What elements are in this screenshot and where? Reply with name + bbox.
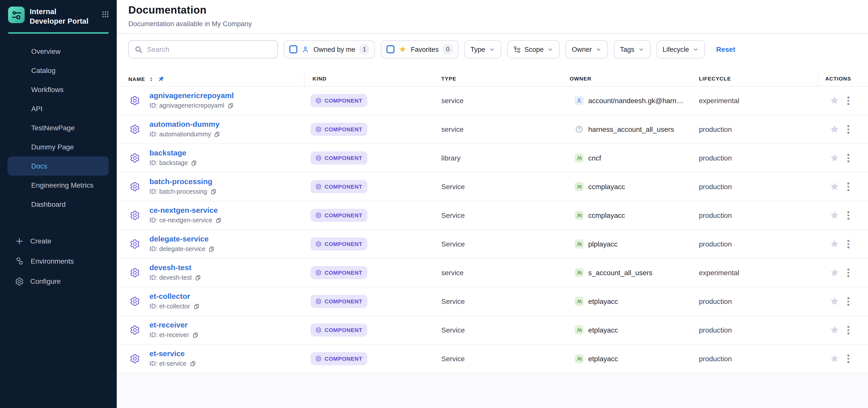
favorites-filter[interactable]: Favorites 0 bbox=[381, 40, 458, 58]
sidebar-item-dummy-page[interactable]: Dummy Page bbox=[0, 137, 117, 157]
column-header-name[interactable]: NAME bbox=[128, 75, 165, 83]
copy-icon[interactable] bbox=[192, 332, 198, 338]
favorite-star-icon[interactable] bbox=[829, 296, 840, 307]
entity-name-link[interactable]: backstage bbox=[150, 148, 186, 157]
chevron-down-icon bbox=[489, 46, 495, 53]
favorite-star-icon[interactable] bbox=[829, 124, 840, 134]
entity-name-link[interactable]: et-receiver bbox=[150, 320, 188, 329]
table-row: ce-nextgen-service ID: ce-nextgen-servic… bbox=[117, 201, 868, 230]
table-row: batch-processing ID: batch-processing CO… bbox=[117, 172, 868, 201]
lifecycle-dropdown[interactable]: Lifecycle bbox=[656, 40, 705, 58]
entity-name-link[interactable]: batch-processing bbox=[150, 177, 212, 186]
kind-badge-label: COMPONENT bbox=[324, 356, 362, 362]
entity-name-link[interactable]: et-collector bbox=[150, 292, 190, 300]
entity-lifecycle: experimental bbox=[699, 97, 739, 105]
entity-type: Service bbox=[441, 211, 465, 219]
name-column-label: NAME bbox=[128, 76, 145, 82]
sidebar-item-docs[interactable]: Docs bbox=[7, 157, 109, 176]
copy-icon[interactable] bbox=[215, 217, 222, 224]
search-input[interactable] bbox=[147, 45, 272, 53]
entity-name-link[interactable]: automation-dummy bbox=[150, 120, 219, 128]
pin-icon[interactable] bbox=[158, 75, 165, 83]
entity-type: service bbox=[441, 97, 464, 105]
entity-type: Service bbox=[441, 240, 465, 248]
sidebar-footer: Create Environments Configure bbox=[0, 231, 117, 291]
kind-badge-label: COMPONENT bbox=[324, 126, 362, 132]
entity-id: ID: automationdummy bbox=[150, 131, 211, 138]
entity-name-link[interactable]: devesh-test bbox=[150, 263, 191, 272]
favorite-star-icon[interactable] bbox=[829, 325, 840, 335]
kebab-menu-icon[interactable] bbox=[847, 183, 849, 191]
owner-name: etplayacc bbox=[588, 355, 618, 363]
sidebar-item-overview[interactable]: Overview bbox=[0, 42, 117, 61]
sidebar-item-configure[interactable]: Configure bbox=[0, 272, 117, 291]
owned-by-me-checkbox[interactable] bbox=[289, 45, 298, 53]
reset-button[interactable]: Reset bbox=[716, 45, 735, 53]
copy-icon[interactable] bbox=[208, 246, 215, 252]
entity-name-link[interactable]: ce-nextgen-service bbox=[150, 206, 218, 214]
kebab-menu-icon[interactable] bbox=[847, 211, 849, 220]
plus-icon bbox=[15, 237, 24, 246]
kind-badge-label: COMPONENT bbox=[324, 212, 362, 218]
copy-icon[interactable] bbox=[227, 102, 234, 109]
entity-name-link[interactable]: et-service bbox=[150, 349, 185, 358]
entity-name-link[interactable]: agnivagenericrepoyaml bbox=[150, 91, 234, 100]
chevron-down-icon bbox=[595, 46, 602, 53]
entity-type: Service bbox=[441, 355, 465, 363]
favorite-star-icon[interactable] bbox=[829, 353, 840, 364]
sidebar-item-create[interactable]: Create bbox=[0, 231, 117, 251]
entity-name-link[interactable]: delegate-service bbox=[150, 234, 209, 243]
apps-grid-icon[interactable] bbox=[101, 10, 110, 19]
favorite-star-icon[interactable] bbox=[829, 153, 840, 163]
copy-icon[interactable] bbox=[189, 360, 196, 367]
sidebar-item-testnewpage[interactable]: TestNewPage bbox=[0, 119, 117, 137]
owned-by-me-filter[interactable]: Owned by me 1 bbox=[284, 40, 375, 58]
copy-icon[interactable] bbox=[214, 131, 221, 137]
kebab-menu-icon[interactable] bbox=[847, 240, 849, 248]
sidebar-item-catalog[interactable]: Catalog bbox=[0, 61, 117, 80]
group-owner-icon bbox=[575, 268, 584, 277]
favorite-star-icon[interactable] bbox=[829, 95, 840, 106]
copy-icon[interactable] bbox=[193, 303, 199, 310]
component-gear-icon bbox=[130, 268, 140, 278]
favorite-star-icon[interactable] bbox=[829, 210, 840, 221]
copy-icon[interactable] bbox=[195, 275, 201, 281]
tags-dropdown[interactable]: Tags bbox=[614, 40, 650, 58]
favorite-star-icon[interactable] bbox=[829, 239, 840, 249]
kebab-menu-icon[interactable] bbox=[847, 125, 849, 133]
component-gear-icon bbox=[130, 239, 140, 249]
search-box[interactable] bbox=[128, 40, 278, 58]
favorite-star-icon[interactable] bbox=[829, 268, 840, 278]
sidebar-item-workflows[interactable]: Workflows bbox=[0, 80, 117, 99]
sidebar-item-engineering-metrics[interactable]: Engineering Metrics bbox=[0, 176, 117, 195]
unknown-owner-icon bbox=[575, 125, 584, 134]
entity-lifecycle: production bbox=[699, 240, 732, 248]
kebab-menu-icon[interactable] bbox=[847, 355, 849, 363]
favorites-checkbox[interactable] bbox=[387, 45, 395, 53]
kebab-menu-icon[interactable] bbox=[847, 269, 849, 277]
scope-dropdown[interactable]: Scope bbox=[507, 40, 560, 58]
kind-badge: COMPONENT bbox=[310, 352, 367, 365]
sidebar-item-api[interactable]: API bbox=[0, 99, 117, 119]
kebab-menu-icon[interactable] bbox=[847, 97, 849, 105]
copy-icon[interactable] bbox=[191, 160, 197, 166]
owned-by-me-count: 1 bbox=[360, 44, 370, 54]
sidebar-item-environments[interactable]: Environments bbox=[0, 251, 117, 272]
kebab-menu-icon[interactable] bbox=[847, 326, 849, 334]
component-gear-icon bbox=[130, 153, 140, 163]
type-dropdown[interactable]: Type bbox=[464, 40, 501, 58]
sort-icon[interactable] bbox=[149, 76, 154, 82]
header-divider bbox=[117, 33, 868, 34]
kebab-menu-icon[interactable] bbox=[847, 297, 849, 306]
favorite-star-icon[interactable] bbox=[829, 181, 840, 192]
copy-icon[interactable] bbox=[210, 188, 217, 195]
column-header-lifecycle: LIFECYCLE bbox=[699, 75, 731, 82]
kebab-menu-icon[interactable] bbox=[847, 154, 849, 162]
owner-dropdown[interactable]: Owner bbox=[566, 40, 608, 58]
group-owner-icon bbox=[575, 211, 584, 220]
sidebar-item-dashboard[interactable]: Dashboard bbox=[0, 195, 117, 214]
entity-lifecycle: production bbox=[699, 125, 732, 133]
group-owner-icon bbox=[575, 182, 584, 191]
search-icon bbox=[134, 45, 143, 54]
entity-lifecycle: production bbox=[699, 154, 732, 162]
